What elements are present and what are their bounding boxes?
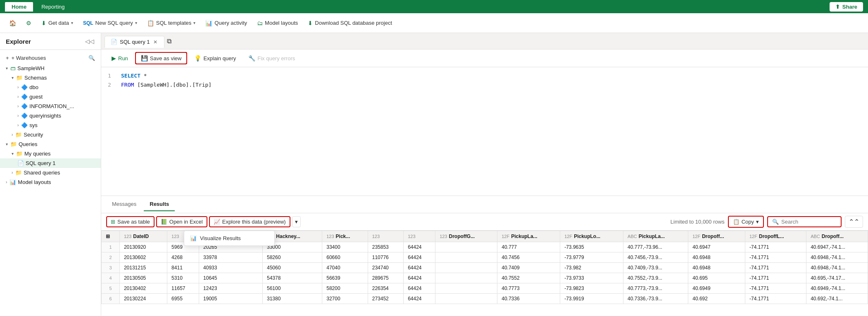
queries-folder-icon: 📁 <box>10 141 17 147</box>
sampleWH-chevron: ▾ <box>6 66 8 71</box>
sidebar-collapse-btn[interactable]: ◁◁ <box>84 37 95 45</box>
explain-query-btn[interactable]: 💡 Explain query <box>189 52 241 64</box>
fix-query-errors-btn[interactable]: 🔧 Fix query errors <box>243 52 300 64</box>
code-line-1: 1 SELECT * <box>108 71 861 80</box>
share-button[interactable]: ⬆ Share <box>830 2 863 12</box>
col-header-PickupLa2[interactable]: ABCPickupLa... <box>623 231 688 242</box>
sys-schema-icon: 🔷 <box>21 122 28 128</box>
col-header-PickupLo[interactable]: 12FPickupLo... <box>560 231 623 242</box>
download-sql-icon: ⬇ <box>308 20 313 26</box>
results-tabs: Messages Results <box>101 196 868 213</box>
security-folder-icon: 📁 <box>15 132 22 138</box>
table-row: 3201312158411409334506047040234740644244… <box>102 263 868 273</box>
tree-item-information[interactable]: › 🔷 INFORMATION_... <box>0 101 101 111</box>
explain-query-icon: 💡 <box>194 55 201 61</box>
explore-data-btn[interactable]: 📈 Explore this data (preview) <box>209 216 290 227</box>
col-header-DropoffL[interactable]: 12FDropoff... <box>688 231 745 242</box>
queryinsights-chevron: › <box>17 113 19 118</box>
search-input[interactable] <box>781 219 837 225</box>
tab-home[interactable]: Home <box>5 2 33 12</box>
model-layouts-btn[interactable]: 🗂 Model layouts <box>253 17 302 29</box>
col-header-PickupLa[interactable]: 12FPickupLa... <box>497 231 560 242</box>
col-header-col6[interactable]: 123 <box>368 231 403 242</box>
guest-schema-icon: 🔷 <box>21 94 28 100</box>
get-data-icon: ⬇ <box>41 20 46 26</box>
modellayouts-chevron: › <box>6 180 7 184</box>
table-icon: ⊞ <box>106 233 110 239</box>
query-tab-sqlquery1[interactable]: 📄 SQL query 1 ✕ <box>105 36 164 48</box>
save-as-table-btn[interactable]: ⊞ Save as table <box>106 216 155 227</box>
collapse-btn[interactable]: ⌃⌃ <box>845 216 863 228</box>
run-btn[interactable]: ▶ Run <box>106 52 133 64</box>
tree-item-queryinsights[interactable]: › 🔷 queryinsights <box>0 111 101 120</box>
search-box[interactable]: 🔍 <box>767 216 842 227</box>
query-activity-btn[interactable]: 📊 Query activity <box>201 17 251 29</box>
tree-item-sqlquery1[interactable]: 📄 SQL query 1 <box>0 158 101 168</box>
tree-item-myqueries[interactable]: ▾ 📁 My queries <box>0 149 101 158</box>
tree-item-modellayouts[interactable]: › 📊 Model layouts <box>0 177 101 187</box>
excel-icon: 📗 <box>161 219 167 225</box>
save-table-icon: ⊞ <box>111 219 115 225</box>
col-header-DateID[interactable]: 123DateID <box>119 231 167 242</box>
col-header-col7[interactable]: 123 <box>404 231 435 242</box>
sidebar-section: + + Warehouses 🔍 ▾ 🗃 SampleWH ▾ 📁 Schema… <box>0 50 101 189</box>
tab-results[interactable]: Results <box>144 198 175 211</box>
copy-chevron: ▾ <box>756 219 759 225</box>
download-sql-btn[interactable]: ⬇ Download SQL database project <box>304 17 396 29</box>
search-icon: 🔍 <box>772 219 779 225</box>
col-header-DropoffL2[interactable]: 12FDropoffL... <box>745 231 806 242</box>
col-header-DropoffL3[interactable]: ABCDropoff... <box>806 231 868 242</box>
modellayouts-icon: 📊 <box>10 179 16 185</box>
tree-item-guest[interactable]: › 🔷 guest <box>0 92 101 101</box>
new-tab-btn[interactable]: ⧉ <box>164 37 174 46</box>
results-area: Messages Results ⊞ Save as table 📗 Open … <box>101 196 868 316</box>
tree-item-dbo[interactable]: › 🔷 dbo <box>0 83 101 92</box>
add-warehouses-btn[interactable]: + + Warehouses 🔍 <box>0 52 101 64</box>
tab-reporting[interactable]: Reporting <box>35 2 71 12</box>
get-data-btn[interactable]: ⬇ Get data ▾ <box>37 17 77 29</box>
tab-messages[interactable]: Messages <box>106 198 142 211</box>
query-tab-close-btn[interactable]: ✕ <box>152 39 158 45</box>
save-as-view-btn[interactable]: 💾 Save as view <box>135 52 188 64</box>
col-header-DropoffG[interactable]: 123DropoffG... <box>435 231 497 242</box>
new-sql-query-btn[interactable]: SQL New SQL query ▾ <box>79 17 141 28</box>
code-editor[interactable]: 1 SELECT * 2 FROM [SampleWH].[dbo].[Trip… <box>101 67 868 196</box>
tree-item-sys[interactable]: › 🔷 sys <box>0 120 101 130</box>
sidebar-header-icons: ◁◁ <box>84 37 95 45</box>
limit-text: Limited to 10,000 rows <box>671 219 725 225</box>
col-header-PickupID[interactable]: 123Pick... <box>322 231 368 242</box>
schemas-folder-icon: 📁 <box>16 75 23 81</box>
visualize-icon: 📊 <box>190 235 197 241</box>
copy-btn[interactable]: 📋 Copy ▾ <box>728 216 764 228</box>
queries-chevron: ▾ <box>6 142 8 146</box>
sharedqueries-chevron: › <box>12 170 13 175</box>
tree-item-security[interactable]: › 📁 Security <box>0 130 101 139</box>
home-icon: 🏠 <box>9 20 16 26</box>
settings-btn[interactable]: ⚙ <box>22 17 36 29</box>
search-icon[interactable]: 🔍 <box>88 55 95 61</box>
open-in-excel-btn[interactable]: 📗 Open in Excel <box>156 216 207 227</box>
table-row: 6201302246955190053138032700273452644244… <box>102 294 868 304</box>
tree-item-queries[interactable]: ▾ 📁 Queries <box>0 139 101 149</box>
settings-icon: ⚙ <box>26 20 31 26</box>
content-area: 📄 SQL query 1 ✕ ⧉ ▶ Run 💾 Save as view 💡… <box>101 33 868 316</box>
tree-item-sampleWH[interactable]: ▾ 🗃 SampleWH <box>0 64 101 73</box>
get-data-chevron: ▾ <box>71 21 73 25</box>
sql-templates-chevron: ▾ <box>193 21 195 25</box>
explore-icon: 📈 <box>214 219 220 225</box>
tree-item-schemas[interactable]: ▾ 📁 Schemas <box>0 73 101 83</box>
sys-chevron: › <box>17 123 19 127</box>
save-as-view-icon: 💾 <box>141 55 148 61</box>
more-options-btn[interactable]: ▾ <box>292 216 301 227</box>
home-icon-btn[interactable]: 🏠 <box>5 17 20 29</box>
sql-templates-btn[interactable]: 📋 SQL templates ▾ <box>143 17 200 29</box>
visualize-results-item[interactable]: 📊 Visualize Results <box>184 231 274 245</box>
main-toolbar: 🏠 ⚙ ⬇ Get data ▾ SQL New SQL query ▾ 📋 S… <box>0 13 868 33</box>
guest-chevron: › <box>17 94 19 99</box>
warehouse-icon: 🗃 <box>10 65 16 71</box>
sharedqueries-folder-icon: 📁 <box>15 170 22 176</box>
tree-item-sharedqueries[interactable]: › 📁 Shared queries <box>0 168 101 177</box>
information-chevron: › <box>17 104 19 108</box>
title-bar: Home Reporting ⬆ Share <box>0 0 868 13</box>
copy-icon: 📋 <box>733 219 740 225</box>
